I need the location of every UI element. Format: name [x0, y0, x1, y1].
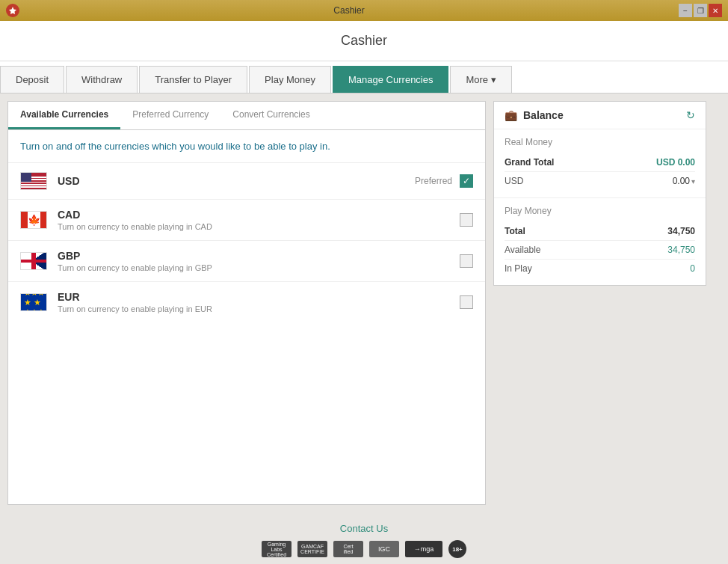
play-total-value: 34,750: [667, 226, 695, 236]
right-panel: 💼 Balance ↻ Real Money Grand Total USD 0…: [493, 101, 706, 505]
play-total-label: Total: [505, 226, 525, 236]
currency-desc-eur: Turn on currency to enable playing in EU…: [58, 304, 460, 313]
title-bar: Cashier − ❐ ✕: [0, 0, 728, 21]
currency-row-eur: ★★★★ ★★★★ EUR Turn on currency to enable…: [8, 282, 485, 322]
play-money-section: Play Money Total 34,750 Available 34,750…: [494, 198, 706, 285]
svg-marker-0: [9, 7, 16, 14]
gaming-labs-logo: GamingLabsCertified: [262, 541, 291, 557]
title-bar-left: [6, 4, 19, 17]
currency-row-usd: USD Preferred: [8, 163, 485, 200]
tab-manage-currencies[interactable]: Manage Currencies: [333, 66, 448, 93]
app-logo: [6, 4, 19, 17]
grand-total-value: USD 0.00: [656, 157, 695, 168]
title-bar-controls: − ❐ ✕: [679, 4, 722, 17]
currency-checkbox-gbp[interactable]: [460, 254, 473, 268]
contact-us-link[interactable]: Contact Us: [0, 523, 728, 534]
chevron-down-icon: ▾: [691, 177, 695, 186]
usd-value: 0.00 ▾: [673, 176, 695, 186]
usd-row: USD 0.00 ▾: [505, 172, 695, 190]
title-bar-title: Cashier: [19, 5, 679, 16]
play-total-row: Total 34,750: [505, 222, 695, 241]
play-available-value: 34,750: [667, 245, 695, 255]
app-title: Cashier: [0, 21, 728, 61]
real-money-label: Real Money: [505, 137, 695, 147]
nav-tabs: Deposit Withdraw Transfer to Player Play…: [0, 61, 728, 94]
real-money-section: Real Money Grand Total USD 0.00 USD 0.00…: [494, 129, 706, 197]
play-inplay-label: In Play: [505, 263, 532, 274]
left-panel: Available Currencies Preferred Currency …: [7, 101, 486, 505]
currency-code-usd: USD: [58, 175, 415, 187]
play-inplay-value: 0: [690, 263, 695, 274]
subtab-preferred[interactable]: Preferred Currency: [120, 102, 220, 129]
flag-gbp: [20, 252, 47, 270]
currency-code-cad: CAD: [58, 209, 460, 221]
gamcaf-logo: GAMCAFCERTIFIE: [297, 541, 327, 557]
play-inplay-row: In Play 0: [505, 260, 695, 278]
balance-header: 💼 Balance ↻: [494, 102, 706, 129]
restore-button[interactable]: ❐: [694, 4, 707, 17]
currency-info-cad: CAD Turn on currency to enable playing i…: [58, 209, 460, 231]
main-container: Cashier Deposit Withdraw Transfer to Pla…: [0, 21, 728, 564]
subtab-convert[interactable]: Convert Currencies: [220, 102, 321, 129]
footer: Contact Us GamingLabsCertified GAMCAFCER…: [0, 512, 728, 564]
footer-logos: GamingLabsCertified GAMCAFCERTIFIE Certi…: [0, 540, 728, 558]
currency-info-gbp: GBP Turn on currency to enable playing i…: [58, 250, 460, 272]
tab-more[interactable]: More ▾: [450, 66, 511, 93]
currency-desc-cad: Turn on currency to enable playing in CA…: [58, 222, 460, 231]
mga-logo: →mga: [405, 541, 442, 557]
subtab-available[interactable]: Available Currencies: [8, 102, 120, 129]
flag-eur: ★★★★ ★★★★: [20, 293, 47, 311]
sub-tabs: Available Currencies Preferred Currency …: [8, 102, 485, 130]
play-available-row: Available 34,750: [505, 241, 695, 260]
currency-code-eur: EUR: [58, 291, 460, 303]
tab-transfer[interactable]: Transfer to Player: [139, 66, 247, 93]
certifie-logo: Certified: [333, 541, 363, 557]
currency-info-usd: USD: [58, 175, 415, 187]
usd-label: USD: [505, 176, 523, 186]
play-available-label: Available: [505, 245, 540, 255]
igc-logo: IGC: [369, 541, 399, 557]
currency-code-gbp: GBP: [58, 250, 460, 262]
currency-checkbox-usd[interactable]: [460, 174, 473, 188]
tab-playmoney[interactable]: Play Money: [249, 66, 331, 93]
close-button[interactable]: ✕: [709, 4, 722, 17]
currency-checkbox-cad[interactable]: [460, 213, 473, 227]
info-text: Turn on and off the currencies which you…: [8, 130, 485, 163]
content-area: Available Currencies Preferred Currency …: [0, 94, 728, 512]
grand-total-row: Grand Total USD 0.00: [505, 153, 695, 172]
age-restriction-logo: 18+: [448, 540, 466, 558]
refresh-button[interactable]: ↻: [686, 109, 695, 121]
minimize-button[interactable]: −: [679, 4, 692, 17]
flag-cad: 🍁: [20, 211, 47, 229]
play-money-label: Play Money: [505, 206, 695, 216]
currency-row-gbp: GBP Turn on currency to enable playing i…: [8, 241, 485, 282]
currency-info-eur: EUR Turn on currency to enable playing i…: [58, 291, 460, 313]
balance-title: Balance: [523, 109, 680, 121]
grand-total-label: Grand Total: [505, 157, 554, 168]
tab-withdraw[interactable]: Withdraw: [66, 66, 138, 93]
tab-deposit[interactable]: Deposit: [0, 66, 64, 93]
balance-card: 💼 Balance ↻ Real Money Grand Total USD 0…: [493, 101, 706, 286]
flag-usd: [20, 172, 47, 190]
currency-row-cad: 🍁 CAD Turn on currency to enable playing…: [8, 200, 485, 241]
currency-desc-gbp: Turn on currency to enable playing in GB…: [58, 263, 460, 272]
wallet-icon: 💼: [505, 109, 517, 121]
preferred-label: Preferred: [415, 176, 452, 186]
currency-checkbox-eur[interactable]: [460, 295, 473, 309]
